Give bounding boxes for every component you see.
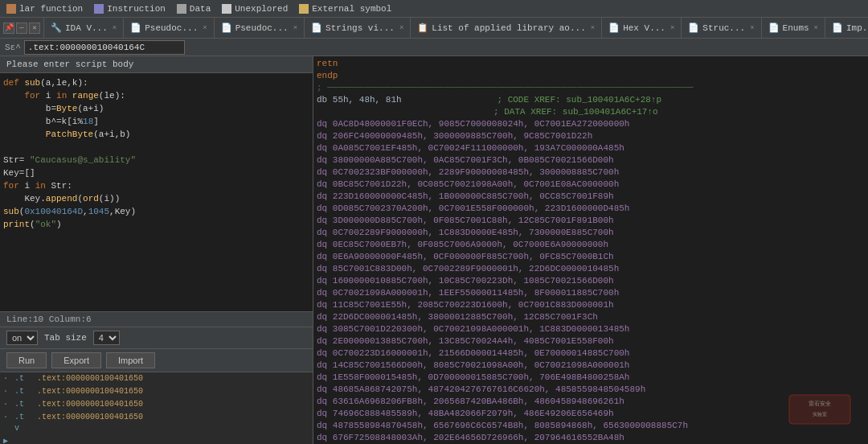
- dq-content-4: dq 0C7002323BF000000h, 2289F90000008485h…: [317, 166, 619, 179]
- dq-content-7: dq 0D085C7002370A200h, 0C7001E558F000000…: [317, 203, 629, 215]
- dq-line-17: dq 3085C7001D220300h, 0C70021098A000001h…: [317, 323, 865, 335]
- code-line-1: def sub(a,le,k):: [3, 76, 309, 89]
- legend-item-data: Data: [177, 4, 211, 14]
- tab-pseudoc2[interactable]: 📄 Pseudoc... ×: [215, 18, 305, 39]
- tab-size-select[interactable]: 4: [93, 331, 120, 345]
- tab-ctrl-pin[interactable]: 📌: [3, 23, 14, 34]
- legend-label-unexplored: Unexplored: [235, 4, 288, 14]
- tab-struct-close[interactable]: ×: [750, 24, 754, 32]
- dq-line-4: dq 0C7002323BF000000h, 2289F90000008485h…: [317, 166, 865, 179]
- code-line-9: for i in Str:: [3, 179, 309, 192]
- tab-bar: 📌 — ✕ 🔧 IDA V... × 📄 Pseudoc... × 📄 Pseu…: [0, 18, 868, 39]
- legend-label-instruction: Instruction: [107, 4, 166, 14]
- right-panel[interactable]: retn endp ; ────────────────────────────…: [313, 56, 868, 444]
- seg-row-3: · .t .text:0000000100401650: [0, 398, 313, 411]
- dq-line-14: dq 0C70021098A000001h, 1EEF55000011485h,…: [317, 287, 865, 299]
- seg-name-2: .t: [14, 386, 31, 397]
- tab-strings[interactable]: 📄 Strings vi... ×: [305, 18, 411, 39]
- dq-line-5: dq 0BC85C7001D22h, 0C085C70021098A00h, 0…: [317, 179, 865, 191]
- tab-pseudoc2-icon: 📄: [221, 23, 232, 33]
- tab-pseudoc2-label: Pseudoc...: [235, 23, 289, 33]
- tab-pseudoc1-close[interactable]: ×: [203, 24, 207, 32]
- asm-endp: endp: [317, 70, 865, 82]
- dq-content-12: dq 85C7001C883D00h, 0C7002289F9000001h, …: [317, 263, 619, 275]
- main-area: Please enter script body def sub(a,le,k)…: [0, 56, 868, 444]
- dq-content-13: dq 1600000010885C700h, 10C85C700223Dh, 1…: [317, 275, 614, 287]
- dq-content-6: dq 223D160000000C485h, 1B000000C885C700h…: [317, 191, 614, 203]
- seg-addr-4: .text:0000000100401650: [37, 412, 182, 434]
- tab-ida[interactable]: 🔧 IDA V... ×: [44, 18, 124, 39]
- dq-content-22: dq 48685A868742075h, 4874204276767616C66…: [317, 384, 645, 396]
- dq-line-24: dq 74696C888485589h, 48BA482066F2079h, 4…: [317, 408, 865, 420]
- dq-line-21: dq 1E558F000015485h, 0D700000015885C700h…: [317, 372, 865, 384]
- script-footer: Line:10 Column:6: [0, 311, 313, 327]
- asm-comment-data-line: ; DATA XREF: sub_100401A6C+17↑o: [317, 106, 865, 118]
- mode-select[interactable]: on: [6, 331, 38, 345]
- seg-addr-1: .text:0000000100401650: [37, 373, 182, 384]
- tab-imp[interactable]: 📄 Imp... ×: [825, 18, 868, 39]
- dq-content-24: dq 74696C888485589h, 48BA482066F2079h, 4…: [317, 408, 614, 420]
- run-button[interactable]: Run: [6, 352, 47, 368]
- legend-color-unexplored: [222, 4, 231, 14]
- tab-hex[interactable]: 📄 Hex V... ×: [602, 18, 682, 39]
- dq-line-19: dq 0C700223D16000001h, 21566D000014485h,…: [317, 347, 865, 360]
- script-editor[interactable]: def sub(a,le,k): for i in range(le): b=B…: [0, 73, 313, 311]
- tab-enums[interactable]: 📄 Enums ×: [762, 18, 825, 39]
- asm-comment-2: ; DATA XREF: sub_100401A6C+17↑o: [493, 106, 658, 118]
- dq-content-14: dq 0C70021098A000001h, 1EEF55000011485h,…: [317, 287, 619, 299]
- legend-item-unexplored: Unexplored: [222, 4, 288, 14]
- seg-dot-1: ·: [3, 373, 8, 384]
- export-button[interactable]: Export: [51, 352, 101, 368]
- asm-comment-1: ; CODE XREF: sub_100401A6C+28↑p: [497, 94, 661, 106]
- asm-db-line: db 55h, 48h, 81h ; CODE XREF: sub_100401…: [317, 94, 865, 106]
- tab-hex-icon: 📄: [608, 23, 620, 33]
- tab-pseudoc1-label: Pseudoc...: [145, 23, 198, 33]
- asm-mnem-endp: endp: [317, 70, 349, 82]
- dq-content-8: dq 3D000000D885C700h, 0F085C7001C88h, 12…: [317, 215, 614, 227]
- dq-line-13: dq 1600000010885C700h, 10C85C700223Dh, 1…: [317, 275, 865, 287]
- dq-line-12: dq 85C7001C883D00h, 0C7002289F9000001h, …: [317, 263, 865, 275]
- seg-dot-2: ·: [3, 386, 8, 397]
- tab-strings-icon: 📄: [311, 23, 322, 33]
- tab-library[interactable]: 📋 List of applied library ao... ×: [411, 18, 602, 39]
- asm-separator: ; ──────────────────────────────────────…: [317, 82, 865, 94]
- svg-text:雷石安全: 雷石安全: [809, 401, 831, 406]
- address-input[interactable]: [24, 40, 185, 55]
- script-header: Please enter script body: [0, 56, 313, 73]
- watermark: 雷石安全 实验室: [788, 393, 852, 428]
- dq-line-1: dq 206FC40000009485h, 3000009885C700h, 9…: [317, 130, 865, 142]
- tab-hex-close[interactable]: ×: [670, 24, 674, 32]
- seg-name-3: .t: [14, 399, 31, 410]
- left-panel: Please enter script body def sub(a,le,k)…: [0, 56, 313, 444]
- tab-library-close[interactable]: ×: [591, 24, 595, 32]
- dq-line-15: dq 11C85C7001E55h, 2085C700223D1600h, 0C…: [317, 299, 865, 311]
- code-line-3: b=Byte(a+i): [3, 102, 309, 115]
- tab-ida-icon: 🔧: [51, 23, 62, 33]
- tab-struct[interactable]: 📄 Struc... ×: [682, 18, 761, 39]
- tab-ida-close[interactable]: ×: [113, 24, 117, 32]
- tab-strings-close[interactable]: ×: [399, 24, 403, 32]
- tab-pseudoc2-close[interactable]: ×: [293, 24, 297, 32]
- tab-pseudoc1-icon: 📄: [130, 23, 141, 33]
- tab-enums-close[interactable]: ×: [814, 24, 818, 32]
- asm-mnem-retn: retn: [317, 58, 349, 70]
- dq-content-1: dq 206FC40000009485h, 3000009885C700h, 9…: [317, 130, 592, 142]
- legend-color-lar: [6, 4, 16, 14]
- asm-db-content: db 55h, 48h, 81h: [317, 94, 497, 106]
- dq-line-26: dq 676F72508848003Ah, 202E64656D726966h,…: [317, 432, 865, 444]
- dq-content-17: dq 3085C7001D220300h, 0C70021098A000001h…: [317, 323, 629, 335]
- code-line-10: Key.append(ord(i)): [3, 192, 309, 205]
- dq-line-20: dq 14C85C7001566D00h, 8085C70021098A00h,…: [317, 360, 865, 372]
- tab-ctrl-min[interactable]: —: [16, 23, 27, 34]
- tab-ctrl-close[interactable]: ✕: [29, 23, 40, 34]
- dq-content-25: dq 4878558984870458h, 6567696C6C6574B8h,…: [317, 420, 688, 432]
- tab-pseudoc1[interactable]: 📄 Pseudoc... ×: [124, 18, 214, 39]
- import-button[interactable]: Import: [106, 352, 155, 368]
- dq-line-25: dq 4878558984870458h, 6567696C6C6574B8h,…: [317, 420, 865, 432]
- legend-label-data: Data: [190, 4, 211, 14]
- seg-row-5: ▶: [0, 435, 313, 444]
- dq-content-20: dq 14C85C7001566D00h, 8085C70021098A00h,…: [317, 360, 629, 372]
- dq-lines-container: dq 0AC8D48000001F0ECh, 9085C7000008024h,…: [317, 118, 865, 444]
- dq-content-19: dq 0C700223D16000001h, 21566D000014485h,…: [317, 347, 629, 360]
- script-buttons: Run Export Import: [0, 348, 313, 372]
